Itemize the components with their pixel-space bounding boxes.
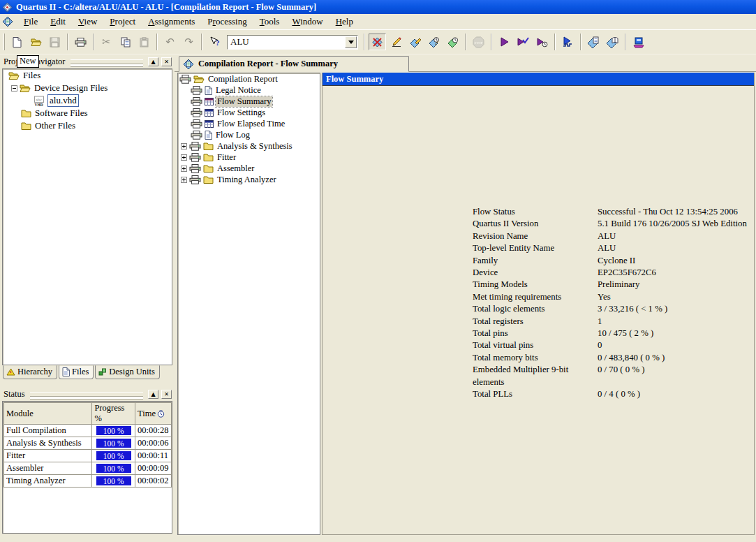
status-module-cell: Assembler — [4, 462, 92, 475]
project-navigator-header[interactable]: Project Navigator New ▲ ✕ — [1, 56, 173, 68]
menu-tools[interactable]: Tools — [253, 15, 286, 29]
flow-summary-label: Total PLLs — [473, 388, 598, 400]
revision-combo[interactable]: ALU — [227, 35, 358, 50]
toolbar-separator — [580, 34, 581, 50]
stop-processing-button[interactable] — [369, 34, 386, 50]
expand-box-icon[interactable] — [181, 166, 187, 172]
status-row: Analysis & Synthesis100 %00:00:06 — [4, 437, 172, 450]
status-module-cell: Fitter — [4, 450, 92, 462]
flow-summary-label: Embedded Multiplier 9-bit elements — [473, 364, 598, 388]
context-help-button[interactable]: ? — [206, 34, 223, 50]
combo-dropdown-button[interactable] — [345, 36, 357, 48]
flow-summary-label: Top-level Entity Name — [473, 242, 598, 254]
timing-settings-button[interactable] — [425, 34, 443, 50]
document-window-icon[interactable] — [2, 16, 13, 27]
compilation-report-button[interactable] — [585, 34, 602, 50]
flow-summary-value: 10 / 475 ( 2 % ) — [598, 328, 653, 339]
start-timing-analyzer-button[interactable] — [533, 34, 551, 50]
col-time[interactable]: Time — [135, 403, 172, 425]
menu-assignments[interactable]: Assignments — [142, 15, 201, 29]
report-tree-item-fitter[interactable]: Fitter — [178, 152, 320, 163]
toolbar-separator — [465, 34, 466, 50]
report-tree-item-flow-settings[interactable]: Flow Settings — [178, 107, 320, 118]
new-file-button[interactable] — [8, 34, 26, 50]
compiler-settings-button[interactable] — [444, 34, 461, 50]
flow-summary-value: 5.1 Build 176 10/26/2005 SJ Web Edition — [598, 218, 747, 230]
print-button[interactable] — [72, 34, 89, 50]
col-progress[interactable]: Progress % — [92, 403, 135, 425]
tree-item-label: Device Design Files — [33, 82, 109, 94]
flow-summary-row: Quartus II Version5.1 Build 176 10/26/20… — [473, 218, 747, 230]
report-tree-item-assembler[interactable]: Assembler — [178, 163, 320, 174]
menu-view[interactable]: View — [72, 15, 103, 29]
files-tree-item-files[interactable]: Files — [3, 69, 172, 82]
report-tree-item-timing-analyzer[interactable]: Timing Analyzer — [178, 174, 320, 185]
main-toolbar: ✂↶↷?ALUSTOP — [0, 30, 756, 54]
close-panel-button[interactable]: ✕ — [161, 390, 172, 399]
vhd-icon: abcVHD — [34, 96, 45, 106]
report-tree-item-flow-elapsed-time[interactable]: Flow Elapsed Time — [178, 118, 320, 129]
expand-box-icon[interactable] — [181, 154, 187, 161]
rtl-viewer-button[interactable] — [604, 34, 621, 50]
expand-box-icon[interactable] — [181, 143, 187, 149]
menu-processing[interactable]: Processing — [201, 15, 253, 29]
chevron-down-icon — [348, 41, 354, 44]
table-blue-icon — [205, 109, 214, 117]
collapse-box-icon[interactable] — [11, 85, 17, 91]
start-simulation-button[interactable] — [559, 34, 577, 50]
tree-item-label: Software Files — [34, 108, 89, 119]
status-header[interactable]: Status ▲ ✕ — [1, 388, 173, 400]
toolbar-grip[interactable] — [3, 34, 5, 50]
open-file-button[interactable] — [27, 34, 45, 50]
settings-button[interactable] — [406, 34, 424, 50]
report-tree-item-flow-log[interactable]: Flow Log — [178, 129, 320, 140]
files-tree-item-alu-vhd[interactable]: abcVHDalu.vhd — [3, 94, 172, 107]
report-tree-item-compilation-report[interactable]: Compilation Report — [178, 73, 320, 85]
programmer-button[interactable] — [630, 34, 647, 50]
document-tab-compilation-report[interactable]: Compilation Report - Flow Summary — [179, 56, 409, 72]
hierarchy-icon — [6, 368, 15, 376]
progress-bar: 100 % — [96, 464, 131, 473]
menu-help[interactable]: Help — [329, 15, 360, 29]
flow-summary-value: 3 / 33,216 ( < 1 % ) — [598, 303, 667, 315]
menu-project[interactable]: Project — [103, 15, 142, 29]
flow-summary-pane: Flow Summary Flow StatusSuccessful - Thu… — [322, 73, 755, 535]
files-tree-item-device-design-files[interactable]: Device Design Files — [3, 82, 172, 94]
document-tab-bar: Compilation Report - Flow Summary — [175, 54, 756, 72]
tab-label: Files — [72, 367, 89, 377]
tab-files[interactable]: Files — [59, 365, 94, 379]
project-navigator-panel: Project Navigator New ▲ ✕ FilesDevice De… — [1, 56, 173, 381]
panel-grip[interactable] — [30, 392, 143, 397]
menu-window[interactable]: Window — [286, 15, 329, 29]
report-tree-label: Flow Elapsed Time — [216, 119, 286, 129]
flow-summary-header: Flow Summary — [323, 73, 754, 86]
document-tab-label: Compilation Report - Flow Summary — [198, 59, 338, 69]
status-progress-cell: 100 % — [92, 475, 135, 488]
progress-bar-wrap: 100 % — [94, 476, 133, 485]
copy-button[interactable] — [117, 34, 134, 50]
start-analysis-synthesis-button[interactable] — [514, 34, 532, 50]
col-module[interactable]: Module — [4, 403, 92, 425]
close-panel-button[interactable]: ✕ — [161, 57, 172, 66]
assignment-editor-button[interactable] — [387, 34, 405, 50]
tab-design-units[interactable]: Design Units — [95, 365, 160, 379]
report-tree-label: Flow Settings — [216, 108, 267, 118]
flow-summary-value: 0 / 483,840 ( 0 % ) — [598, 352, 665, 364]
panel-grip[interactable] — [71, 59, 143, 64]
tab-hierarchy[interactable]: Hierarchy — [3, 365, 57, 379]
report-tree-item-flow-summary[interactable]: Flow Summary — [178, 96, 320, 107]
title-bar[interactable]: Quartus II - C:/altera/ALU/ALU - ALU - [… — [0, 0, 756, 14]
pin-panel-button[interactable]: ▲ — [148, 390, 158, 399]
menu-edit[interactable]: Edit — [44, 15, 72, 29]
files-tree-item-software-files[interactable]: Software Files — [3, 107, 172, 119]
files-tree-item-other-files[interactable]: Other Files — [3, 119, 172, 132]
start-compilation-button[interactable] — [496, 34, 513, 50]
flow-summary-label: Timing Models — [473, 279, 598, 291]
report-tree-item-legal-notice[interactable]: Legal Notice — [178, 85, 320, 96]
pin-panel-button[interactable]: ▲ — [148, 57, 158, 66]
menu-file[interactable]: File — [17, 15, 44, 29]
report-tree-item-analysis-synthesis[interactable]: Analysis & Synthesis — [178, 140, 320, 152]
expand-box-icon[interactable] — [181, 177, 187, 183]
toolbar-separator — [156, 34, 158, 50]
stop-button: STOP — [470, 34, 487, 50]
